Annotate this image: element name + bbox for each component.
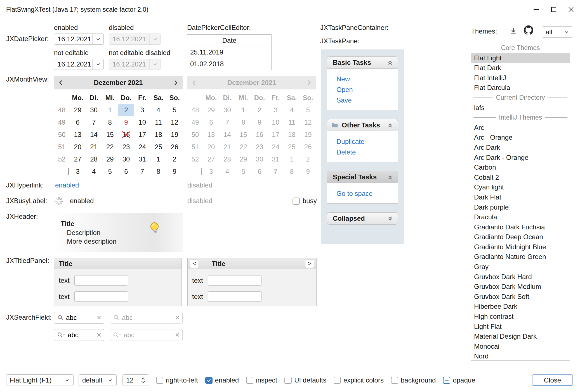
calendar-day[interactable]: 4: [86, 165, 102, 178]
search-input[interactable]: [66, 314, 95, 322]
theme-list-item[interactable]: Flat Darcula: [471, 83, 570, 93]
theme-list-item[interactable]: Gray: [471, 262, 570, 272]
date-picker-not-editable[interactable]: 16.12.2021: [54, 59, 104, 70]
checkbox-box[interactable]: [334, 377, 341, 384]
calendar-day[interactable]: 21: [86, 141, 102, 153]
window-close-button[interactable]: [562, 0, 580, 19]
theme-list-item[interactable]: Monocai: [471, 341, 570, 351]
calendar-day[interactable]: 1: [102, 104, 118, 116]
titled-panel-prev-button[interactable]: <: [190, 260, 199, 268]
calendar-dropdown-button[interactable]: [92, 34, 103, 44]
task-pane-header[interactable]: Basic Tasks: [327, 56, 398, 69]
calendar-day[interactable]: 28: [86, 153, 102, 165]
collapse-icon[interactable]: [386, 174, 394, 181]
hyperlink-enabled[interactable]: enabled: [55, 181, 79, 189]
maximize-button[interactable]: [545, 0, 562, 19]
task-link[interactable]: Delete: [327, 147, 398, 158]
calendar-day[interactable]: 30: [86, 104, 102, 116]
theme-list-item[interactable]: Nord: [471, 351, 570, 361]
calendar-day[interactable]: 29: [102, 153, 118, 165]
checkbox-ui-defaults[interactable]: UI defaults: [284, 376, 326, 384]
collapse-icon[interactable]: [386, 59, 394, 66]
theme-list-item[interactable]: Hiberbee Dark: [471, 301, 570, 312]
calendar-day[interactable]: 7: [134, 165, 150, 178]
theme-list-item[interactable]: Carbon: [471, 162, 570, 172]
download-icon[interactable]: [509, 27, 518, 35]
table-row[interactable]: 25.11.2019: [187, 46, 271, 58]
theme-list-item[interactable]: Cobalt 2: [471, 172, 570, 182]
text-field[interactable]: [208, 291, 261, 302]
checkbox-explicit-colors[interactable]: explicit colors: [334, 376, 384, 384]
calendar-day[interactable]: 27: [70, 153, 86, 165]
calendar-day[interactable]: 8: [102, 116, 118, 129]
spinner-buttons[interactable]: [141, 377, 145, 383]
calendar-day[interactable]: 2: [118, 104, 134, 116]
calendar-day[interactable]: 26: [166, 141, 183, 153]
theme-list-item[interactable]: Flat IntelliJ: [471, 73, 570, 83]
calendar-day[interactable]: 6: [70, 116, 86, 129]
search-field-enabled[interactable]: ×: [54, 312, 104, 324]
calendar-day[interactable]: 16: [118, 129, 134, 141]
calendar-day[interactable]: 30: [118, 153, 134, 165]
calendar-day[interactable]: 9: [118, 116, 134, 129]
previous-month-button[interactable]: [57, 79, 65, 86]
task-pane-header[interactable]: Special Tasks: [327, 171, 398, 183]
task-pane-header[interactable]: Collapsed: [327, 212, 398, 225]
calendar-day[interactable]: 23: [118, 141, 134, 153]
titled-panel-next-button[interactable]: >: [305, 260, 314, 268]
expand-icon[interactable]: [386, 215, 394, 222]
text-field[interactable]: [74, 291, 128, 302]
calendar-day[interactable]: 20: [70, 141, 86, 153]
checkbox-box[interactable]: [391, 377, 398, 384]
task-link[interactable]: Save: [327, 95, 398, 106]
checkbox-box[interactable]: [284, 377, 292, 384]
calendar-day[interactable]: 12: [166, 116, 183, 129]
theme-list-item[interactable]: Gradianto Deep Ocean: [471, 232, 570, 242]
calendar-day[interactable]: 31: [134, 153, 150, 165]
calendar-day[interactable]: 7: [86, 116, 102, 129]
task-link[interactable]: Go to space: [327, 188, 398, 199]
calendar-day[interactable]: 2: [166, 153, 183, 165]
table-column-header[interactable]: Date: [187, 35, 271, 46]
collapse-icon[interactable]: [386, 122, 394, 129]
themes-filter-combobox[interactable]: all: [542, 26, 573, 38]
theme-list-item[interactable]: Gruvbox Dark Medium: [471, 282, 570, 292]
search-field-with-menu[interactable]: ×: [54, 329, 104, 341]
checkbox-enabled[interactable]: enabled: [205, 376, 239, 384]
calendar-day[interactable]: 11: [150, 116, 167, 129]
busy-checkbox[interactable]: [293, 198, 300, 205]
laf-combobox[interactable]: Flat Light (F1): [6, 374, 74, 386]
theme-list-item[interactable]: Gruvbox Dark Hard: [471, 272, 570, 282]
next-month-button[interactable]: [172, 79, 179, 86]
calendar-day[interactable]: 17: [134, 129, 150, 141]
task-link[interactable]: Duplicate: [327, 136, 398, 147]
theme-list-item[interactable]: Arc: [471, 123, 570, 133]
style-combobox[interactable]: default: [79, 374, 117, 386]
calendar-day[interactable]: 3: [134, 104, 150, 116]
checkbox-box[interactable]: [443, 377, 450, 384]
task-link[interactable]: New: [327, 74, 398, 84]
font-size-spinner[interactable]: 12: [122, 374, 149, 386]
date-picker-enabled[interactable]: 16.12.2021: [54, 34, 104, 45]
theme-list-item[interactable]: High contrast: [471, 312, 570, 322]
theme-list-item[interactable]: Arc Dark: [471, 142, 570, 153]
theme-list-item[interactable]: lafs: [471, 103, 570, 113]
calendar-day[interactable]: 1: [150, 153, 167, 165]
checkbox-box[interactable]: [246, 377, 253, 384]
minimize-button[interactable]: [528, 0, 545, 19]
table-row[interactable]: 01.02.2018: [187, 58, 271, 70]
calendar-day[interactable]: 29: [70, 104, 86, 116]
calendar-day[interactable]: 5: [166, 104, 183, 116]
checkbox-right-to-left[interactable]: right-to-left: [156, 376, 198, 384]
checkbox-background[interactable]: background: [391, 376, 436, 384]
calendar-day[interactable]: 18: [150, 129, 167, 141]
clear-icon[interactable]: ×: [97, 331, 101, 339]
clear-icon[interactable]: ×: [97, 314, 101, 322]
theme-list-item[interactable]: Gradianto Dark Fuchsia: [471, 222, 570, 232]
calendar-day[interactable]: 14: [86, 129, 102, 141]
calendar-day[interactable]: 5: [102, 165, 118, 178]
theme-list-item[interactable]: Material Design Dark: [471, 331, 570, 341]
theme-list-item[interactable]: Dracula: [471, 212, 570, 222]
calendar-day[interactable]: 24: [134, 141, 150, 153]
theme-list-item[interactable]: Gruvbox Dark Soft: [471, 292, 570, 302]
